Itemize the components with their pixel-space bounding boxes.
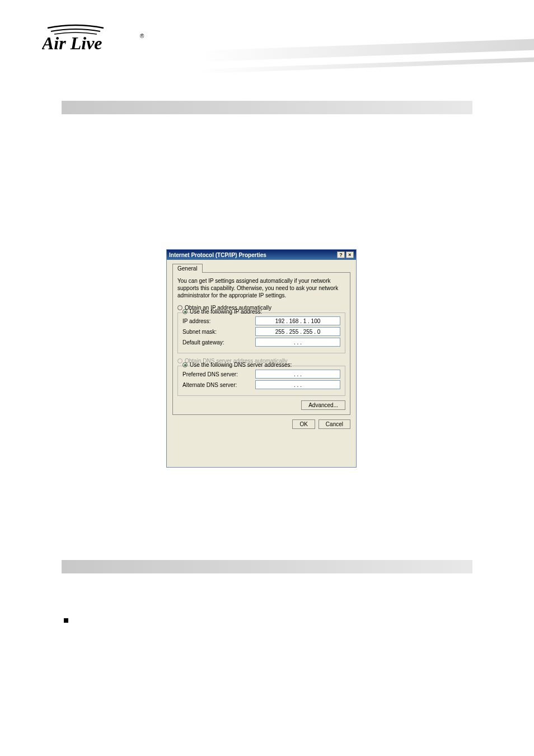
ip-address-input[interactable]: 192 . 168 . 1 . 100: [255, 316, 340, 325]
svg-text:®: ®: [140, 33, 144, 39]
section-divider-bar: [62, 560, 472, 573]
radio-use-dns-row[interactable]: Use the following DNS server addresses:: [182, 362, 340, 368]
close-button[interactable]: ×: [346, 251, 354, 258]
dialog-titlebar: Internet Protocol (TCP/IP) Properties ? …: [167, 250, 356, 260]
radio-icon: [177, 305, 182, 310]
preferred-dns-row: Preferred DNS server: . . .: [182, 370, 340, 379]
radio-use-ip-label: Use the following IP address:: [190, 309, 262, 315]
tcpip-properties-dialog: Internet Protocol (TCP/IP) Properties ? …: [166, 249, 357, 468]
bullet-square-icon: [64, 618, 68, 623]
info-text: You can get IP settings assigned automat…: [177, 277, 345, 299]
ip-fieldgroup: Use the following IP address: IP address…: [177, 312, 345, 353]
subnet-mask-input[interactable]: 255 . 255 . 255 . 0: [255, 327, 340, 336]
cancel-button[interactable]: Cancel: [318, 419, 350, 429]
preferred-dns-input[interactable]: . . .: [255, 370, 340, 379]
svg-text:Air Live: Air Live: [42, 33, 102, 53]
tab-panel-general: You can get IP settings assigned automat…: [172, 272, 350, 415]
default-gateway-label: Default gateway:: [182, 339, 255, 346]
alternate-dns-input[interactable]: . . .: [255, 380, 340, 389]
subnet-mask-row: Subnet mask: 255 . 255 . 255 . 0: [182, 327, 340, 336]
alternate-dns-label: Alternate DNS server:: [182, 382, 255, 388]
section-divider-bar: [62, 101, 472, 114]
radio-use-ip-row[interactable]: Use the following IP address:: [182, 309, 340, 315]
dns-fieldgroup: Use the following DNS server addresses: …: [177, 366, 345, 396]
tab-general[interactable]: General: [172, 264, 203, 273]
advanced-button[interactable]: Advanced...: [301, 400, 345, 410]
subnet-mask-label: Subnet mask:: [182, 329, 255, 335]
ip-address-label: IP address:: [182, 318, 255, 324]
ok-button[interactable]: OK: [292, 419, 315, 429]
dialog-title: Internet Protocol (TCP/IP) Properties: [169, 252, 266, 258]
help-button[interactable]: ?: [337, 251, 345, 258]
radio-icon: [182, 362, 188, 367]
radio-icon: [182, 309, 188, 314]
radio-icon: [177, 358, 182, 363]
default-gateway-row: Default gateway: . . .: [182, 338, 340, 347]
brand-logo: Air Live ®: [42, 21, 148, 55]
default-gateway-input[interactable]: . . .: [255, 338, 340, 347]
header-decorative-swoosh: [198, 36, 534, 92]
advanced-row: Advanced...: [177, 400, 345, 410]
dialog-buttons: OK Cancel: [172, 419, 350, 429]
alternate-dns-row: Alternate DNS server: . . .: [182, 380, 340, 389]
radio-use-dns-label: Use the following DNS server addresses:: [190, 362, 292, 368]
ip-address-row: IP address: 192 . 168 . 1 . 100: [182, 316, 340, 325]
dialog-body: General You can get IP settings assigned…: [167, 260, 356, 435]
preferred-dns-label: Preferred DNS server:: [182, 371, 255, 377]
